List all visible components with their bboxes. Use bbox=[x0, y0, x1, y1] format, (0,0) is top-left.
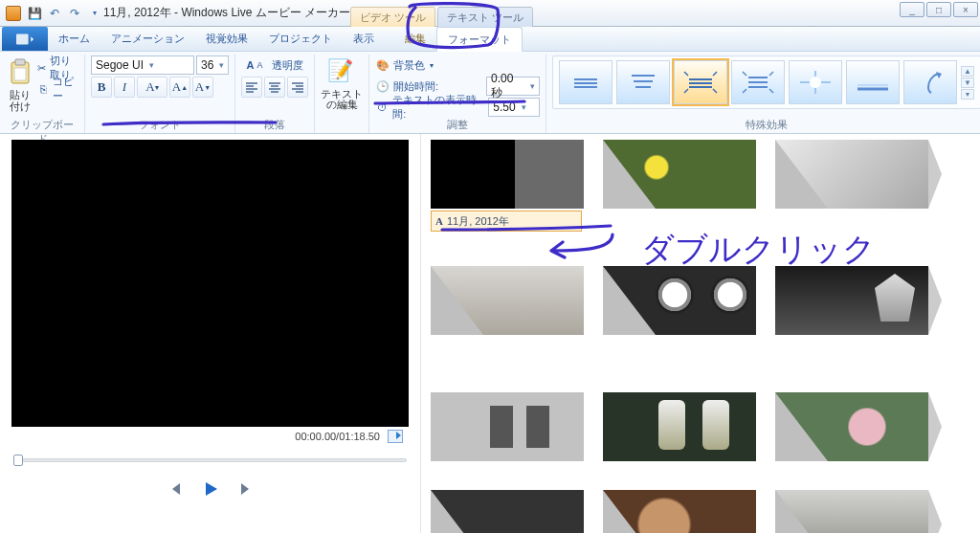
copy-button[interactable]: ⎘コピー bbox=[36, 79, 78, 99]
clip-9[interactable] bbox=[431, 490, 584, 533]
bold-button[interactable]: B bbox=[91, 77, 112, 98]
svg-point-4 bbox=[810, 77, 821, 88]
group-label-effects: 特殊効果 bbox=[552, 118, 980, 133]
paste-label: 貼り 付け bbox=[10, 89, 31, 112]
tab-project[interactable]: プロジェクト bbox=[258, 27, 343, 51]
group-font: Segoe UI▾ 36▾ B I A▾ A▲ A▼ フォント bbox=[85, 55, 235, 133]
clipboard-icon bbox=[6, 58, 34, 87]
tab-visual[interactable]: 視覚効果 bbox=[195, 27, 258, 51]
ribbon: 貼り 付け ✂切り取り ⎘コピー クリップボード Segoe UI▾ 36▾ B… bbox=[0, 52, 980, 134]
clip-4[interactable] bbox=[603, 266, 756, 335]
clip-8[interactable] bbox=[775, 392, 928, 461]
effect-item-7[interactable] bbox=[903, 60, 957, 104]
copy-icon: ⎘ bbox=[36, 81, 49, 97]
timer-icon: ⏱ bbox=[375, 100, 390, 115]
text-indicator-icon: A bbox=[435, 215, 443, 227]
app-icon bbox=[6, 6, 21, 21]
align-left-button[interactable] bbox=[241, 77, 262, 98]
effect-item-2[interactable] bbox=[616, 60, 670, 104]
clip-2[interactable] bbox=[775, 140, 928, 209]
paint-icon: 🎨 bbox=[375, 57, 390, 73]
font-size-combo[interactable]: 36▾ bbox=[196, 56, 229, 75]
start-time-field[interactable]: 0.00 秒▾ bbox=[486, 77, 540, 96]
workspace: 00:00.00/01:18.50 A 11月, 2012年 bbox=[0, 134, 980, 533]
edit-text-icon: 📝 bbox=[327, 58, 356, 87]
grow-font-button[interactable]: A▲ bbox=[169, 77, 190, 98]
duration-field[interactable]: 5.50▾ bbox=[488, 98, 540, 117]
clip-1[interactable] bbox=[603, 140, 756, 209]
tab-animation[interactable]: アニメーション bbox=[100, 27, 195, 51]
fullscreen-button[interactable] bbox=[388, 430, 403, 443]
title-clip[interactable]: A 11月, 2012年 bbox=[431, 140, 584, 209]
title-text-bar[interactable]: A 11月, 2012年 bbox=[431, 211, 582, 232]
clock-icon: 🕒 bbox=[375, 78, 390, 94]
bgcolor-button[interactable]: 🎨背景色▾ bbox=[375, 56, 434, 75]
group-effects: ▲▼▾ 特殊効果 bbox=[546, 55, 980, 133]
group-edit-text: 📝 テキスト の編集 bbox=[315, 55, 369, 133]
svg-rect-3 bbox=[14, 68, 26, 80]
save-icon[interactable]: 💾 bbox=[27, 6, 42, 21]
undo-icon[interactable]: ↶ bbox=[47, 6, 62, 21]
redo-icon[interactable]: ↷ bbox=[67, 6, 82, 21]
shrink-font-button[interactable]: A▼ bbox=[192, 77, 213, 98]
gallery-scroll[interactable]: ▲▼▾ bbox=[961, 66, 974, 100]
tab-format[interactable]: フォーマット bbox=[436, 27, 523, 52]
align-right-button[interactable] bbox=[287, 77, 308, 98]
italic-button[interactable]: I bbox=[114, 77, 135, 98]
svg-rect-0 bbox=[16, 33, 29, 44]
time-display: 00:00.00/01:18.50 bbox=[295, 431, 380, 442]
preview-pane: 00:00.00/01:18.50 bbox=[0, 134, 421, 533]
effects-gallery[interactable]: ▲▼▾ bbox=[552, 56, 980, 109]
gallery-down-icon[interactable]: ▼ bbox=[961, 78, 974, 88]
clip-7[interactable] bbox=[603, 392, 756, 461]
effect-item-1[interactable] bbox=[559, 60, 612, 104]
next-frame-button[interactable] bbox=[234, 478, 260, 500]
video-preview[interactable] bbox=[11, 140, 409, 427]
tab-strip: ホーム アニメーション 視覚効果 プロジェクト 表示 編集 フォーマット bbox=[0, 27, 980, 52]
seek-bar[interactable] bbox=[13, 452, 407, 469]
tab-edit[interactable]: 編集 bbox=[394, 27, 436, 51]
group-adjust: 🎨背景色▾ 🕒開始時間: 0.00 秒▾ ⏱テキストの表示時間: 5.50▾ 調… bbox=[369, 55, 546, 133]
qat-dropdown-icon[interactable]: ▾ bbox=[87, 6, 102, 21]
edit-text-button[interactable]: 📝 テキスト の編集 bbox=[321, 56, 363, 110]
gallery-up-icon[interactable]: ▲ bbox=[961, 66, 974, 77]
tab-home[interactable]: ホーム bbox=[48, 27, 100, 51]
group-label-paragraph: 段落 bbox=[241, 118, 308, 133]
minimize-button[interactable]: _ bbox=[900, 2, 924, 17]
close-button[interactable]: × bbox=[953, 2, 978, 17]
clip-5[interactable] bbox=[775, 266, 928, 335]
gallery-more-icon[interactable]: ▾ bbox=[961, 89, 974, 100]
clip-11[interactable] bbox=[775, 490, 928, 533]
tab-view[interactable]: 表示 bbox=[343, 27, 385, 51]
clip-3[interactable] bbox=[431, 266, 584, 335]
group-label-clipboard: クリップボード bbox=[6, 118, 78, 133]
svg-rect-2 bbox=[15, 59, 25, 65]
contextual-tab-text-tools[interactable]: テキスト ツール bbox=[437, 7, 533, 27]
group-clipboard: 貼り 付け ✂切り取り ⎘コピー クリップボード bbox=[0, 55, 85, 133]
window-title: 11月, 2012年 - Windows Live ムービー メーカー bbox=[103, 5, 350, 21]
effect-item-5[interactable] bbox=[789, 60, 842, 104]
title-bar: 💾 ↶ ↷ ▾ 11月, 2012年 - Windows Live ムービー メ… bbox=[0, 0, 980, 27]
transparency-button[interactable]: AA 透明度 bbox=[246, 56, 302, 75]
clip-6[interactable] bbox=[431, 392, 584, 461]
clip-10[interactable] bbox=[603, 490, 756, 533]
effect-item-4[interactable] bbox=[731, 60, 785, 104]
align-center-button[interactable] bbox=[264, 77, 285, 98]
group-paragraph: AA 透明度 段落 bbox=[235, 55, 315, 133]
contextual-tab-video-tools[interactable]: ビデオ ツール bbox=[350, 7, 435, 27]
font-color-button[interactable]: A▾ bbox=[137, 77, 167, 98]
effect-item-6[interactable] bbox=[846, 60, 900, 104]
effect-item-3[interactable] bbox=[674, 60, 727, 104]
file-tab[interactable] bbox=[2, 27, 48, 51]
prev-frame-button[interactable] bbox=[161, 478, 188, 500]
group-label-font: フォント bbox=[91, 118, 229, 133]
group-label-adjust: 調整 bbox=[375, 118, 540, 133]
maximize-button[interactable]: □ bbox=[926, 2, 951, 17]
scissors-icon: ✂ bbox=[36, 60, 47, 76]
quick-access-toolbar: 💾 ↶ ↷ ▾ bbox=[27, 6, 102, 21]
paste-button[interactable]: 貼り 付け bbox=[6, 56, 34, 112]
start-time-label: 開始時間: bbox=[393, 79, 483, 94]
play-button[interactable] bbox=[197, 478, 224, 500]
storyboard-pane[interactable]: A 11月, 2012年 bbox=[421, 134, 980, 533]
font-name-combo[interactable]: Segoe UI▾ bbox=[91, 56, 194, 75]
